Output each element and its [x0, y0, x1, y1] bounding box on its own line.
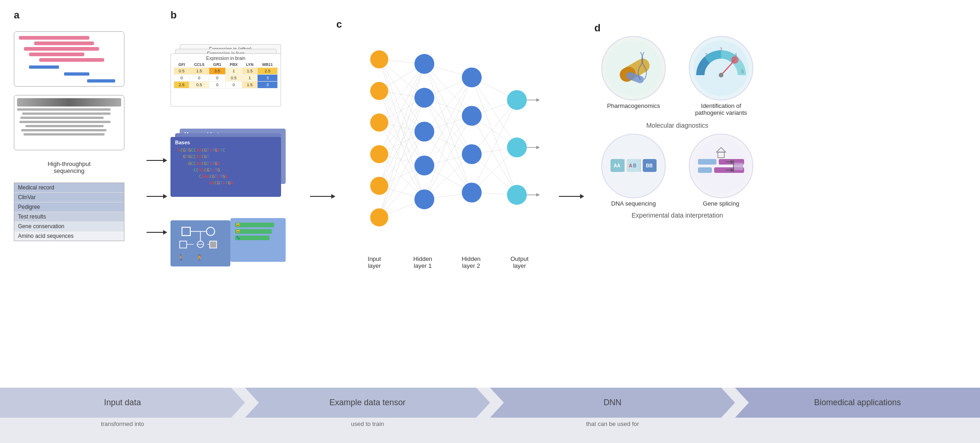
svg-rect-124	[734, 163, 743, 170]
svg-marker-1	[163, 158, 167, 163]
svg-rect-10	[180, 241, 187, 248]
clinical-row-5: Gene conservation	[14, 222, 124, 231]
arrow-group-ab	[147, 9, 167, 383]
h2-node-3	[462, 144, 481, 164]
hm-cell-r2c3: 0	[209, 75, 226, 82]
arrow-b-c	[309, 9, 336, 383]
svg-point-7	[206, 227, 215, 236]
chevron-item-4: Biomedical applications	[735, 388, 980, 418]
panel-b: b Expression in (other) Expression in li…	[170, 9, 309, 383]
reads-coverage-box	[14, 95, 124, 150]
input-node-1	[370, 50, 388, 68]
clinical-row-1: Medical record	[14, 183, 124, 193]
sub-label-2: used to train	[245, 418, 490, 427]
hm-cell-r1c2: 1.5	[189, 68, 209, 75]
dna-circle-container: AA A B BB DNA sequencing	[594, 134, 673, 207]
heatmap-table: GFI CCL5 GR1 PBX LYN MB11 0.5 1.	[174, 62, 278, 89]
ref-bar-2	[64, 72, 89, 76]
read-line-2	[22, 112, 111, 115]
svg-text:B: B	[633, 163, 636, 168]
chevron-shape-3: DNN	[490, 388, 735, 418]
ref-bar-3	[87, 79, 115, 83]
input-node-3	[370, 113, 388, 131]
hm-cell-r1c3: 3.5	[209, 68, 226, 75]
nn-label-h1: Hiddenlayer 1	[405, 255, 441, 269]
ident-circle-img: 1 2 3 4 5	[689, 36, 753, 100]
sub-label-row: transformed into used to train that can …	[0, 418, 980, 441]
hm-cell-r2c2: 0	[189, 75, 209, 82]
chevron-row: Input data Example data tensor DNN Biome…	[0, 388, 980, 418]
hm-title-brain: Expression in brain	[174, 56, 278, 61]
pharma-svg	[604, 38, 663, 98]
hm-col-gfi: GFI	[174, 62, 189, 68]
ident-circle-container: 1 2 3 4 5 Identification ofpathogen	[682, 36, 760, 116]
dna-circle-img: AA A B BB	[601, 134, 666, 198]
chevron-shape-2: Example data tensor	[245, 388, 490, 418]
svg-text:BB: BB	[646, 163, 652, 168]
hm-cell-r2c1: 0	[174, 75, 189, 82]
pharma-label: Pharmacogenomics	[594, 102, 673, 109]
svg-text:2: 2	[705, 53, 708, 58]
arrow-c-d	[557, 9, 585, 383]
coverage-histogram	[17, 98, 121, 106]
hm-cell-r1c6: 2.5	[258, 68, 278, 75]
svg-text:A: A	[629, 163, 632, 168]
clinical-row-4: Test results	[14, 212, 124, 222]
hm-cell-r3c3: 0	[209, 82, 226, 89]
svg-marker-87	[536, 193, 540, 197]
svg-text:5: 5	[741, 69, 744, 74]
sub-label-1: transformed into	[0, 418, 245, 427]
svg-marker-3	[163, 194, 167, 199]
clinical-row-2: ClinVar	[14, 193, 124, 202]
read-line-5	[25, 125, 104, 127]
chevron-item-3: DNN	[490, 388, 735, 418]
panel-b-label: b	[170, 9, 309, 21]
output-node-2	[507, 137, 527, 157]
pedigree-card-front: 🚶 🧍	[170, 220, 230, 266]
d-circles-top: Pharmacogenomics	[594, 36, 966, 116]
input-node-4	[370, 145, 388, 163]
hm-row-1: 0.5 1.5 3.5 1 1.5 2.5	[174, 68, 278, 75]
arrow-3-icon	[147, 228, 167, 236]
clinical-row-3: Pedigree	[14, 202, 124, 212]
h1-node-5	[414, 189, 434, 209]
clinical-data-box: Medical record ClinVar Pedigree Test res…	[14, 183, 124, 241]
panel-a-label: a	[14, 9, 143, 21]
top-section: a	[0, 0, 980, 388]
h1-node-3	[414, 122, 434, 142]
experimental-label: Experimental data interpretation	[594, 212, 760, 219]
panel-a: a	[14, 9, 143, 383]
main-container: a	[0, 0, 980, 443]
gene-svg	[691, 136, 751, 196]
hm-cell-r3c5: 1.5	[242, 82, 258, 89]
output-node-3	[507, 185, 527, 205]
arrow-cd-icon	[559, 192, 584, 201]
hm-cell-r3c1: 2.5	[174, 82, 189, 89]
panel-d: d	[585, 9, 966, 383]
nn-diagram: Inputlayer Hiddenlayer 1 Hiddenlayer 2 O…	[336, 32, 557, 383]
svg-marker-19	[331, 194, 335, 199]
seq-read-5	[39, 58, 105, 62]
features-stack: More read features Quality scores Bases …	[170, 129, 290, 202]
hm-cell-r3c6: 3	[258, 82, 278, 89]
svg-rect-6	[182, 227, 190, 236]
svg-rect-12	[210, 241, 217, 248]
chevron-label-2: Example data tensor	[329, 398, 405, 408]
hm-cell-r3c2: 0.5	[189, 82, 209, 89]
chevron-label-1: Input data	[104, 398, 141, 408]
pharma-circle-container: Pharmacogenomics	[594, 36, 673, 116]
hm-cell-r2c6: 3	[258, 75, 278, 82]
output-node-1	[507, 90, 527, 110]
hm-cell-r2c5: 1	[242, 75, 258, 82]
panel-c: c	[336, 9, 557, 383]
hm-cell-r1c1: 0.5	[174, 68, 189, 75]
svg-marker-89	[580, 194, 584, 199]
bases-card: Bases ACGTGCCAACGTATGATC GTGCCAACGT -GCC…	[170, 137, 281, 197]
svg-text:AA: AA	[614, 163, 620, 168]
hm-col-gr1: GR1	[209, 62, 226, 68]
dna-sequence-display: ACGTGCCAACGTATGATC GTGCCAACGT -GCCAACGTA…	[175, 147, 276, 187]
heatmap-card-brain: Expression in brain GFI CCL5 GR1 PBX LYN…	[170, 53, 281, 106]
svg-marker-83	[536, 98, 540, 102]
d-circles-bottom: AA A B BB DNA sequencing	[594, 134, 966, 207]
input-node-6	[370, 208, 388, 226]
